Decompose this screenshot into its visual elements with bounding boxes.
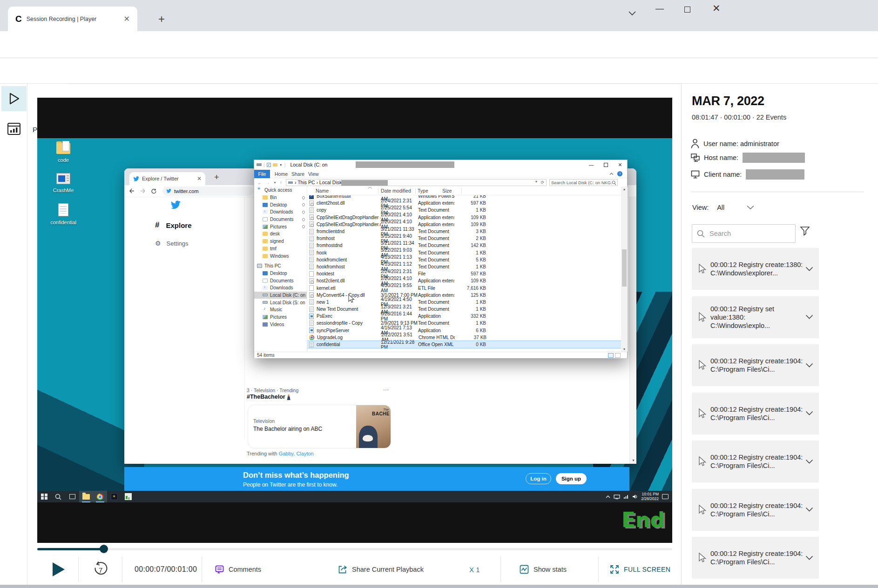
file-row[interactable]: syncPipeServer 4/15/2021 7:13 AM Applica… xyxy=(307,327,621,334)
twitter-address-bar[interactable]: twitter.com xyxy=(162,187,254,196)
help-icon[interactable]: ? xyxy=(617,171,622,176)
filter-funnel-icon[interactable] xyxy=(800,226,810,236)
fullscreen-button[interactable]: FULL SCREEN xyxy=(610,560,670,579)
menu-home[interactable]: Home xyxy=(275,171,288,177)
qat-dropdown-icon[interactable]: ▼ xyxy=(279,163,283,167)
file-row[interactable]: CppShellExtDragDropHandler.dll 2/20/2021… xyxy=(307,221,621,228)
event-card[interactable]: 00:00:12 Registry set value:1380: C:\Win… xyxy=(692,296,819,338)
chevron-down-icon[interactable] xyxy=(805,459,813,464)
column-size[interactable]: Size xyxy=(442,188,452,194)
tray-display-icon[interactable] xyxy=(614,494,620,499)
trending-with-links[interactable]: Gabby, Clayton xyxy=(279,451,314,456)
nav-back-icon[interactable]: ← xyxy=(257,180,262,185)
file-row[interactable]: fromclientdnd 3/21/2021 11:33 PM Text Do… xyxy=(307,228,621,235)
file-row[interactable]: New Text Document 12/3/2021 3:21 AM Text… xyxy=(307,306,621,313)
taskbar-app-icon[interactable]: ✶ xyxy=(107,491,121,502)
chevron-down-icon[interactable] xyxy=(805,555,813,561)
twitter-tab[interactable]: Explore / Twitter ✕ xyxy=(129,172,205,185)
new-tab-button[interactable]: + xyxy=(158,13,165,26)
nav-item[interactable]: Pictures xyxy=(254,223,307,230)
share-playback-button[interactable]: Share Current Playback xyxy=(338,560,424,579)
event-card[interactable]: 00:00:12 Registry create:1904: C:\Progra… xyxy=(692,441,819,482)
forward-icon[interactable] xyxy=(140,188,146,194)
tray-network-icon[interactable] xyxy=(623,494,629,499)
sidebar-player-tab[interactable] xyxy=(1,86,27,111)
nav-item[interactable]: Documents xyxy=(254,216,307,223)
event-card[interactable]: 00:00:12 Registry create:1904: C:\Progra… xyxy=(692,489,819,531)
nav-item[interactable]: Bin xyxy=(254,194,307,201)
file-row[interactable]: BoxStarterInstall 6/10/2020 8:13 AM Wind… xyxy=(307,195,621,200)
twitter-nav-settings[interactable]: ⚙ Settings xyxy=(155,240,189,247)
column-type[interactable]: Type xyxy=(418,188,428,194)
browser-tab[interactable]: C Session Recording | Player ✕ xyxy=(8,7,137,31)
taskbar-explorer-icon[interactable] xyxy=(79,491,93,502)
event-card[interactable]: 00:00:12 Registry create:1904: C:\Progra… xyxy=(692,537,819,579)
view-selected-value[interactable]: All xyxy=(717,204,724,211)
scroll-up-icon[interactable]: ▲ xyxy=(623,187,626,191)
tray-expand-icon[interactable] xyxy=(606,495,610,498)
back-icon[interactable] xyxy=(129,188,135,194)
taskbar-clock[interactable]: 10:01 PM 2/28/2022 xyxy=(641,492,659,501)
nav-history-icon[interactable]: ▼ xyxy=(273,181,277,184)
chevron-down-icon[interactable] xyxy=(805,363,813,368)
reload-icon[interactable] xyxy=(151,188,157,194)
nav-item[interactable]: Local Disk (S: on xyxy=(254,299,307,306)
file-row[interactable]: hookfromclient 4/13/2021 1:13 PM Text Do… xyxy=(307,256,621,263)
window-maximize-button[interactable] xyxy=(684,7,690,13)
column-name[interactable]: Name xyxy=(316,188,329,194)
tray-volume-icon[interactable] xyxy=(632,494,638,499)
twitter-tab-close-icon[interactable]: ✕ xyxy=(197,175,202,182)
folder-icon[interactable] xyxy=(273,163,277,167)
nav-item[interactable]: Music xyxy=(254,306,307,314)
playback-speed-button[interactable]: X 1 xyxy=(469,560,480,579)
taskbar-chrome-icon[interactable] xyxy=(93,491,107,502)
trend-card[interactable]: Television The Bachelor airing on ABC Th… xyxy=(248,405,391,448)
collapse-ribbon-icon[interactable] xyxy=(609,173,614,175)
breadcrumb[interactable]: › This PC › Local Disk (C: o ▼ ⟳ xyxy=(286,179,547,186)
taskbar-search-icon[interactable] xyxy=(51,491,65,502)
menu-view[interactable]: View xyxy=(308,171,319,177)
breadcrumb-dropdown-icon[interactable]: ▼ xyxy=(534,180,538,185)
nav-forward-icon[interactable]: → xyxy=(265,180,270,185)
explorer-minimize-button[interactable]: — xyxy=(585,160,597,169)
chevron-down-icon[interactable] xyxy=(805,267,813,272)
task-view-icon[interactable] xyxy=(65,491,79,502)
nav-item[interactable]: Downloads xyxy=(254,208,307,216)
nav-up-icon[interactable]: ↑ xyxy=(280,180,282,185)
menu-share[interactable]: Share xyxy=(291,171,304,177)
file-row[interactable]: fromhostdnd 3/21/2021 11:34 PM Text Docu… xyxy=(307,242,621,249)
start-button[interactable] xyxy=(37,491,51,502)
action-center-icon[interactable] xyxy=(662,494,669,499)
comments-button[interactable]: Comments xyxy=(215,560,261,579)
event-search-input[interactable] xyxy=(709,229,783,238)
explorer-close-button[interactable]: ✕ xyxy=(614,160,626,169)
nav-item[interactable]: Desktop xyxy=(254,270,307,277)
menu-file[interactable]: File xyxy=(254,170,270,178)
seek-bar[interactable] xyxy=(37,548,672,550)
chevron-down-icon[interactable] xyxy=(805,411,813,416)
nav-item[interactable]: This PC xyxy=(254,262,307,270)
session-video[interactable]: code CrashMe confidential Explore / Twit… xyxy=(37,98,672,543)
file-row[interactable]: kernel.etl 4/30/2021 9:55 AM ETL File 7,… xyxy=(307,284,621,291)
trend-hashtag[interactable]: #TheBachelor xyxy=(247,394,290,400)
event-search[interactable] xyxy=(692,224,796,243)
nav-item[interactable]: Videos xyxy=(254,321,307,328)
file-row[interactable]: UpgradeLog 2/22/2021 3:51 AM Chrome HTML… xyxy=(307,334,621,341)
event-card[interactable]: 00:00:12 Registry create:1904: C:\Progra… xyxy=(692,344,819,386)
twitter-new-tab-button[interactable]: + xyxy=(214,173,219,182)
event-card[interactable]: 00:00:12 Registry create:1380: C:\Window… xyxy=(692,248,819,290)
tab-close-icon[interactable]: ✕ xyxy=(121,14,133,23)
scroll-down-icon[interactable]: ▼ xyxy=(623,347,626,351)
rewind-7-button[interactable]: 7 xyxy=(93,560,108,579)
file-row[interactable]: client2host.dll 2/24/2021 2:31 PM Applic… xyxy=(307,200,621,207)
nav-item[interactable]: Documents xyxy=(254,277,307,284)
file-row[interactable]: hook 3/22/2021 9:03 AM Text Document 1 K… xyxy=(307,249,621,256)
twitter-scrollbar[interactable]: ▼ xyxy=(629,197,636,464)
chevron-down-icon[interactable] xyxy=(805,507,813,512)
file-row[interactable]: fromhost 3/15/2021 9:40 PM Text Document… xyxy=(307,235,621,242)
view-dropdown-icon[interactable] xyxy=(747,205,754,210)
nav-item[interactable]: tmf xyxy=(254,245,307,253)
signup-button[interactable]: Sign up xyxy=(556,473,587,484)
scroll-thumb[interactable] xyxy=(622,249,627,287)
large-view-icon[interactable] xyxy=(615,353,621,358)
